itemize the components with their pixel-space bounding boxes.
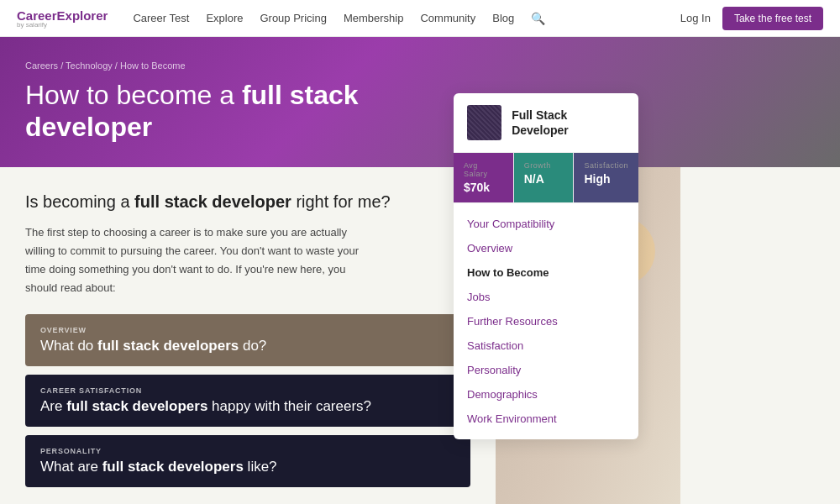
login-link[interactable]: Log In xyxy=(680,12,711,24)
breadcrumb-how-to-become[interactable]: How to Become xyxy=(120,60,186,71)
stat-satisfaction-value: High xyxy=(584,172,628,186)
stats-row: Avg Salary $70k Growth N/A Satisfaction … xyxy=(454,153,638,203)
sidebar-nav-further-resources[interactable]: Further Resources xyxy=(454,309,638,333)
career-title: Full Stack Developer xyxy=(512,108,625,138)
hero-title-prefix: How to become a xyxy=(25,80,242,110)
main-layout: Is becoming a full stack developer right… xyxy=(0,167,840,504)
stat-satisfaction: Satisfaction High xyxy=(574,153,638,202)
stat-growth-label: Growth xyxy=(524,161,564,170)
overview-card-label: OVERVIEW xyxy=(40,326,455,334)
stat-salary-value: $70k xyxy=(464,181,503,194)
hero-section: Careers / Technology / How to Become How… xyxy=(0,37,840,167)
satisfaction-card[interactable]: CAREER SATISFACTION Are full stack devel… xyxy=(25,375,470,427)
nav-links: Career Test Explore Group Pricing Member… xyxy=(133,12,680,25)
satisfaction-card-label: CAREER SATISFACTION xyxy=(40,386,455,395)
sidebar-header: Full Stack Developer xyxy=(454,93,638,153)
navbar: CareerExplorer by salarify Career Test E… xyxy=(0,0,840,37)
section-title-prefix: Is becoming a xyxy=(25,192,134,211)
sidebar-nav-compatibility[interactable]: Your Compatibility xyxy=(454,212,638,236)
footer-text: Still unsure if becoming a full stack de… xyxy=(25,501,361,504)
section-title: Is becoming a full stack developer right… xyxy=(25,192,470,212)
take-free-test-button[interactable]: Take the free test xyxy=(722,7,823,30)
nav-explore[interactable]: Explore xyxy=(206,12,243,24)
stat-growth: Growth N/A xyxy=(514,153,575,202)
sidebar-nav: Your Compatibility Overview How to Becom… xyxy=(454,203,638,439)
sidebar-nav-how-to-become[interactable]: How to Become xyxy=(454,260,638,285)
breadcrumb-technology[interactable]: Technology xyxy=(66,60,113,71)
satisfaction-card-title: Are full stack developers happy with the… xyxy=(40,398,455,415)
breadcrumb-careers[interactable]: Careers xyxy=(25,60,58,71)
logo[interactable]: CareerExplorer by salarify xyxy=(17,8,108,29)
sidebar-nav-satisfaction[interactable]: Satisfaction xyxy=(454,333,638,358)
overview-card[interactable]: OVERVIEW What do full stack developers d… xyxy=(25,314,470,366)
nav-right: Log In Take the free test xyxy=(680,7,823,30)
stat-salary-label: Avg Salary xyxy=(464,161,503,178)
career-sidebar: Full Stack Developer Avg Salary $70k Gro… xyxy=(454,93,638,439)
personality-card[interactable]: PERSONALITY What are full stack develope… xyxy=(25,435,470,487)
stat-satisfaction-label: Satisfaction xyxy=(584,161,628,170)
sidebar-nav-jobs[interactable]: Jobs xyxy=(454,285,638,309)
sidebar-nav-overview[interactable]: Overview xyxy=(454,236,638,260)
stat-growth-value: N/A xyxy=(524,172,564,186)
sidebar-nav-demographics[interactable]: Demographics xyxy=(454,382,638,407)
breadcrumb: Careers / Technology / How to Become xyxy=(25,60,815,71)
nav-community[interactable]: Community xyxy=(420,12,475,24)
personality-card-label: PERSONALITY xyxy=(40,447,455,455)
nav-group-pricing[interactable]: Group Pricing xyxy=(260,12,326,24)
overview-card-title: What do full stack developers do? xyxy=(40,338,455,354)
section-body-text: The first step to choosing a career is t… xyxy=(25,223,361,297)
career-thumbnail xyxy=(467,105,501,140)
section-title-suffix: right for me? xyxy=(291,192,391,211)
nav-membership[interactable]: Membership xyxy=(344,12,404,24)
sidebar-nav-work-environment[interactable]: Work Environment xyxy=(454,407,638,431)
stat-salary: Avg Salary $70k xyxy=(454,153,514,202)
nav-career-test[interactable]: Career Test xyxy=(133,12,189,24)
content-area: Is becoming a full stack developer right… xyxy=(0,167,496,504)
page-title: How to become a full stack developer xyxy=(25,79,479,144)
search-icon[interactable]: 🔍 xyxy=(531,12,545,25)
section-title-main: full stack developer xyxy=(134,192,291,211)
career-thumb-image xyxy=(467,105,501,140)
sidebar-nav-personality[interactable]: Personality xyxy=(454,358,638,382)
nav-blog[interactable]: Blog xyxy=(492,12,514,24)
logo-text: CareerExplorer xyxy=(17,8,108,23)
personality-card-title: What are full stack developers like? xyxy=(40,459,455,475)
